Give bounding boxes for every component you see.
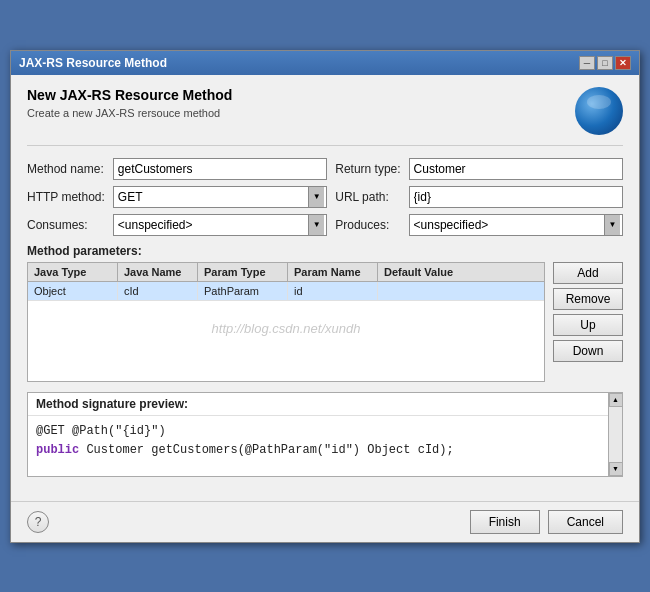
watermark: http://blog.csdn.net/xundh <box>28 301 544 356</box>
url-path-label: URL path: <box>335 190 400 204</box>
cell-java-type: Object <box>28 282 118 300</box>
preview-label: Method signature preview: <box>28 393 622 416</box>
scroll-up-icon[interactable]: ▲ <box>609 393 623 407</box>
cell-java-name: cId <box>118 282 198 300</box>
header-text: New JAX-RS Resource Method Create a new … <box>27 87 232 119</box>
preview-keyword: public <box>36 443 79 457</box>
col-default-value: Default Value <box>378 263 544 281</box>
method-params-label: Method parameters: <box>27 244 623 258</box>
form-fields: Method name: Return type: HTTP method: G… <box>27 158 623 236</box>
help-button[interactable]: ? <box>27 511 49 533</box>
add-button[interactable]: Add <box>553 262 623 284</box>
col-java-type: Java Type <box>28 263 118 281</box>
consumes-select-wrapper[interactable]: <unspecified> ▼ <box>113 214 327 236</box>
col-param-type: Param Type <box>198 263 288 281</box>
preview-line2: public Customer getCustomers(@PathParam(… <box>36 441 602 460</box>
footer-buttons: Finish Cancel <box>470 510 623 534</box>
footer-left: ? <box>27 511 49 533</box>
remove-button[interactable]: Remove <box>553 288 623 310</box>
down-button[interactable]: Down <box>553 340 623 362</box>
params-table: Java Type Java Name Param Type Param Nam… <box>27 262 545 382</box>
produces-select[interactable]: <unspecified> <box>410 215 622 235</box>
method-name-input[interactable] <box>113 158 327 180</box>
footer: ? Finish Cancel <box>11 501 639 542</box>
cell-param-type: PathParam <box>198 282 288 300</box>
return-type-label: Return type: <box>335 162 400 176</box>
up-button[interactable]: Up <box>553 314 623 336</box>
col-param-name: Param Name <box>288 263 378 281</box>
main-content: New JAX-RS Resource Method Create a new … <box>11 75 639 501</box>
url-path-input[interactable] <box>409 186 623 208</box>
preview-line1: @GET @Path("{id}") <box>36 422 602 441</box>
consumes-select[interactable]: <unspecified> <box>114 215 326 235</box>
produces-select-wrapper[interactable]: <unspecified> ▼ <box>409 214 623 236</box>
preview-scrollbar: ▲ ▼ <box>608 393 622 476</box>
main-window: JAX-RS Resource Method ─ □ ✕ New JAX-RS … <box>10 50 640 543</box>
preview-line2-rest: Customer getCustomers(@PathParam("id") O… <box>79 443 453 457</box>
cancel-button[interactable]: Cancel <box>548 510 623 534</box>
title-bar-buttons: ─ □ ✕ <box>579 56 631 70</box>
return-type-input[interactable] <box>409 158 623 180</box>
globe-icon <box>575 87 623 135</box>
http-method-select-wrapper[interactable]: GET POST PUT DELETE ▼ <box>113 186 327 208</box>
table-row[interactable]: Object cId PathParam id <box>28 282 544 301</box>
header-section: New JAX-RS Resource Method Create a new … <box>27 87 623 146</box>
table-header: Java Type Java Name Param Type Param Nam… <box>28 263 544 282</box>
http-method-label: HTTP method: <box>27 190 105 204</box>
col-java-name: Java Name <box>118 263 198 281</box>
minimize-button[interactable]: ─ <box>579 56 595 70</box>
table-area: Java Type Java Name Param Type Param Nam… <box>27 262 623 382</box>
method-name-label: Method name: <box>27 162 105 176</box>
cell-default-value <box>378 282 544 300</box>
http-method-select[interactable]: GET POST PUT DELETE <box>114 187 326 207</box>
window-title: JAX-RS Resource Method <box>19 56 167 70</box>
finish-button[interactable]: Finish <box>470 510 540 534</box>
produces-label: Produces: <box>335 218 400 232</box>
preview-content: @GET @Path("{id}") public Customer getCu… <box>28 416 622 476</box>
consumes-label: Consumes: <box>27 218 105 232</box>
table-action-buttons: Add Remove Up Down <box>553 262 623 382</box>
dialog-title: New JAX-RS Resource Method <box>27 87 232 103</box>
close-button[interactable]: ✕ <box>615 56 631 70</box>
scroll-down-icon[interactable]: ▼ <box>609 462 623 476</box>
cell-param-name: id <box>288 282 378 300</box>
preview-section: Method signature preview: @GET @Path("{i… <box>27 392 623 477</box>
maximize-button[interactable]: □ <box>597 56 613 70</box>
dialog-subtitle: Create a new JAX-RS rersouce method <box>27 107 232 119</box>
title-bar: JAX-RS Resource Method ─ □ ✕ <box>11 51 639 75</box>
